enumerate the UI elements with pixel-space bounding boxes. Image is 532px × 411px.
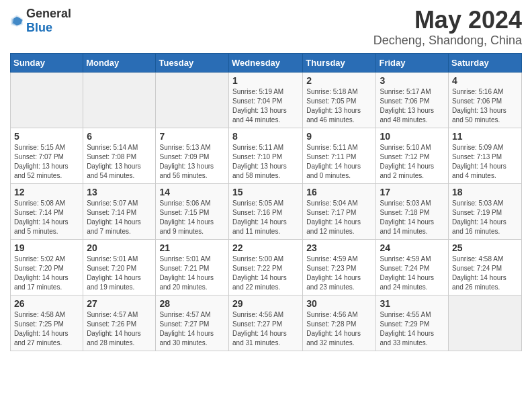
- calendar-cell: 12Sunrise: 5:08 AM Sunset: 7:14 PM Dayli…: [11, 183, 83, 239]
- day-info: Sunrise: 5:02 AM Sunset: 7:20 PM Dayligh…: [14, 255, 79, 292]
- weekday-header-thursday: Thursday: [303, 53, 376, 72]
- day-info: Sunrise: 4:56 AM Sunset: 7:28 PM Dayligh…: [306, 310, 372, 348]
- day-info: Sunrise: 5:13 AM Sunset: 7:09 PM Dayligh…: [159, 143, 225, 181]
- day-info: Sunrise: 5:01 AM Sunset: 7:20 PM Dayligh…: [87, 255, 152, 292]
- calendar-week-5: 26Sunrise: 4:58 AM Sunset: 7:25 PM Dayli…: [11, 295, 522, 351]
- day-number: 17: [380, 187, 445, 197]
- day-info: Sunrise: 5:06 AM Sunset: 7:15 PM Dayligh…: [159, 199, 225, 236]
- calendar-cell: 24Sunrise: 4:59 AM Sunset: 7:24 PM Dayli…: [376, 239, 449, 295]
- calendar-cell: 1Sunrise: 5:19 AM Sunset: 7:04 PM Daylig…: [229, 72, 303, 128]
- day-number: 4: [452, 75, 518, 86]
- day-info: Sunrise: 5:09 AM Sunset: 7:13 PM Dayligh…: [452, 143, 518, 181]
- day-number: 14: [159, 187, 225, 197]
- day-info: Sunrise: 5:01 AM Sunset: 7:21 PM Dayligh…: [159, 255, 225, 292]
- calendar-cell: 22Sunrise: 5:00 AM Sunset: 7:22 PM Dayli…: [229, 239, 303, 295]
- calendar-cell: 7Sunrise: 5:13 AM Sunset: 7:09 PM Daylig…: [156, 128, 229, 183]
- day-info: Sunrise: 4:59 AM Sunset: 7:23 PM Dayligh…: [306, 255, 372, 292]
- day-number: 8: [232, 131, 299, 142]
- day-number: 6: [87, 131, 152, 142]
- day-number: 9: [306, 131, 372, 142]
- day-number: 21: [159, 242, 225, 253]
- day-info: Sunrise: 4:56 AM Sunset: 7:27 PM Dayligh…: [232, 310, 299, 348]
- calendar-cell: 14Sunrise: 5:06 AM Sunset: 7:15 PM Dayli…: [156, 183, 229, 239]
- calendar-cell: 10Sunrise: 5:10 AM Sunset: 7:12 PM Dayli…: [376, 128, 449, 183]
- day-info: Sunrise: 5:11 AM Sunset: 7:11 PM Dayligh…: [306, 143, 372, 181]
- location-title: Decheng, Shandong, China: [373, 34, 522, 48]
- calendar-week-1: 1Sunrise: 5:19 AM Sunset: 7:04 PM Daylig…: [11, 72, 522, 128]
- day-info: Sunrise: 5:08 AM Sunset: 7:14 PM Dayligh…: [14, 199, 79, 236]
- day-number: 29: [232, 298, 299, 309]
- calendar-cell: [11, 72, 83, 128]
- day-number: 7: [159, 131, 225, 142]
- calendar-cell: 23Sunrise: 4:59 AM Sunset: 7:23 PM Dayli…: [303, 239, 376, 295]
- logo-icon: [10, 14, 24, 28]
- day-info: Sunrise: 5:15 AM Sunset: 7:07 PM Dayligh…: [14, 143, 79, 181]
- calendar-cell: 28Sunrise: 4:57 AM Sunset: 7:27 PM Dayli…: [156, 295, 229, 351]
- day-info: Sunrise: 4:58 AM Sunset: 7:24 PM Dayligh…: [452, 255, 518, 292]
- calendar-cell: 2Sunrise: 5:18 AM Sunset: 7:05 PM Daylig…: [303, 72, 376, 128]
- day-number: 16: [306, 187, 372, 197]
- weekday-header-sunday: Sunday: [11, 53, 83, 72]
- month-title: May 2024: [373, 7, 522, 34]
- weekday-header-row: SundayMondayTuesdayWednesdayThursdayFrid…: [11, 53, 522, 72]
- day-number: 28: [159, 298, 225, 309]
- day-number: 24: [380, 242, 445, 253]
- day-info: Sunrise: 5:03 AM Sunset: 7:19 PM Dayligh…: [452, 199, 518, 236]
- calendar-cell: 30Sunrise: 4:56 AM Sunset: 7:28 PM Dayli…: [303, 295, 376, 351]
- weekday-header-monday: Monday: [83, 53, 156, 72]
- day-number: 5: [14, 131, 79, 142]
- day-number: 25: [452, 242, 518, 253]
- day-info: Sunrise: 4:57 AM Sunset: 7:27 PM Dayligh…: [159, 310, 225, 348]
- day-info: Sunrise: 5:10 AM Sunset: 7:12 PM Dayligh…: [380, 143, 445, 181]
- day-info: Sunrise: 5:16 AM Sunset: 7:06 PM Dayligh…: [452, 87, 518, 125]
- logo: General Blue: [10, 7, 71, 35]
- weekday-header-wednesday: Wednesday: [229, 53, 303, 72]
- calendar-cell: 17Sunrise: 5:03 AM Sunset: 7:18 PM Dayli…: [376, 183, 449, 239]
- day-number: 2: [306, 75, 372, 86]
- calendar-cell: 29Sunrise: 4:56 AM Sunset: 7:27 PM Dayli…: [229, 295, 303, 351]
- day-info: Sunrise: 5:07 AM Sunset: 7:14 PM Dayligh…: [87, 199, 152, 236]
- day-number: 31: [380, 298, 445, 309]
- day-number: 12: [14, 187, 79, 197]
- calendar-cell: 31Sunrise: 4:55 AM Sunset: 7:29 PM Dayli…: [376, 295, 449, 351]
- day-number: 23: [306, 242, 372, 253]
- day-info: Sunrise: 4:57 AM Sunset: 7:26 PM Dayligh…: [87, 310, 152, 348]
- calendar-cell: 13Sunrise: 5:07 AM Sunset: 7:14 PM Dayli…: [83, 183, 156, 239]
- day-number: 26: [14, 298, 79, 309]
- day-info: Sunrise: 5:17 AM Sunset: 7:06 PM Dayligh…: [380, 87, 445, 125]
- weekday-header-tuesday: Tuesday: [156, 53, 229, 72]
- calendar-cell: [156, 72, 229, 128]
- day-number: 27: [87, 298, 152, 309]
- calendar-cell: [83, 72, 156, 128]
- calendar-cell: 26Sunrise: 4:58 AM Sunset: 7:25 PM Dayli…: [11, 295, 83, 351]
- day-info: Sunrise: 5:03 AM Sunset: 7:18 PM Dayligh…: [380, 199, 445, 236]
- day-number: 13: [87, 187, 152, 197]
- day-number: 18: [452, 187, 518, 197]
- day-number: 30: [306, 298, 372, 309]
- calendar-cell: 16Sunrise: 5:04 AM Sunset: 7:17 PM Dayli…: [303, 183, 376, 239]
- weekday-header-saturday: Saturday: [449, 53, 522, 72]
- page-header: General Blue May 2024 Decheng, Shandong,…: [10, 7, 522, 48]
- logo-blue: Blue: [26, 21, 52, 34]
- calendar-cell: 5Sunrise: 5:15 AM Sunset: 7:07 PM Daylig…: [11, 128, 83, 183]
- calendar-cell: 4Sunrise: 5:16 AM Sunset: 7:06 PM Daylig…: [449, 72, 522, 128]
- logo-text: General Blue: [26, 7, 71, 35]
- day-info: Sunrise: 5:05 AM Sunset: 7:16 PM Dayligh…: [232, 199, 299, 236]
- day-info: Sunrise: 5:19 AM Sunset: 7:04 PM Dayligh…: [232, 87, 299, 125]
- day-info: Sunrise: 4:59 AM Sunset: 7:24 PM Dayligh…: [380, 255, 445, 292]
- calendar-cell: 27Sunrise: 4:57 AM Sunset: 7:26 PM Dayli…: [83, 295, 156, 351]
- calendar-cell: 6Sunrise: 5:14 AM Sunset: 7:08 PM Daylig…: [83, 128, 156, 183]
- day-number: 10: [380, 131, 445, 142]
- calendar-cell: 19Sunrise: 5:02 AM Sunset: 7:20 PM Dayli…: [11, 239, 83, 295]
- day-info: Sunrise: 5:14 AM Sunset: 7:08 PM Dayligh…: [87, 143, 152, 181]
- calendar-cell: 8Sunrise: 5:11 AM Sunset: 7:10 PM Daylig…: [229, 128, 303, 183]
- calendar-cell: 15Sunrise: 5:05 AM Sunset: 7:16 PM Dayli…: [229, 183, 303, 239]
- calendar-cell: 18Sunrise: 5:03 AM Sunset: 7:19 PM Dayli…: [449, 183, 522, 239]
- calendar-cell: 21Sunrise: 5:01 AM Sunset: 7:21 PM Dayli…: [156, 239, 229, 295]
- calendar-cell: [449, 295, 522, 351]
- day-info: Sunrise: 5:04 AM Sunset: 7:17 PM Dayligh…: [306, 199, 372, 236]
- calendar-week-4: 19Sunrise: 5:02 AM Sunset: 7:20 PM Dayli…: [11, 239, 522, 295]
- calendar-cell: 3Sunrise: 5:17 AM Sunset: 7:06 PM Daylig…: [376, 72, 449, 128]
- weekday-header-friday: Friday: [376, 53, 449, 72]
- day-info: Sunrise: 4:58 AM Sunset: 7:25 PM Dayligh…: [14, 310, 79, 348]
